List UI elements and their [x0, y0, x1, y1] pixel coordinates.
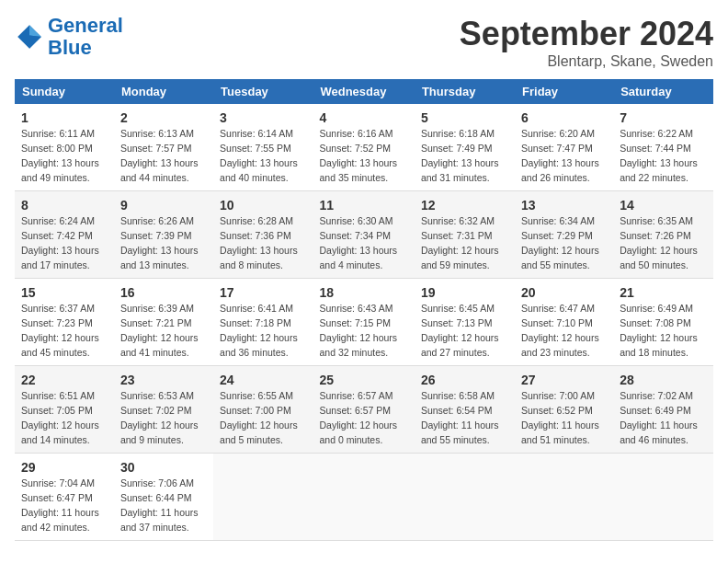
day-cell	[415, 454, 515, 541]
svg-marker-1	[29, 25, 41, 37]
day-cell: 12 Sunrise: 6:32 AM Sunset: 7:31 PM Dayl…	[415, 191, 515, 279]
day-sunset: Sunset: 7:55 PM	[220, 143, 291, 154]
day-sunrise: Sunrise: 6:26 AM	[120, 215, 194, 226]
day-sunrise: Sunrise: 7:02 AM	[620, 390, 693, 401]
day-daylight: Daylight: 12 hours and 14 minutes.	[21, 419, 99, 445]
day-cell: 22 Sunrise: 6:51 AM Sunset: 7:05 PM Dayl…	[15, 366, 114, 454]
day-cell: 17 Sunrise: 6:41 AM Sunset: 7:18 PM Dayl…	[213, 279, 313, 366]
day-sunset: Sunset: 7:47 PM	[521, 143, 593, 154]
week-row-4: 22 Sunrise: 6:51 AM Sunset: 7:05 PM Dayl…	[15, 366, 713, 454]
day-sunrise: Sunrise: 6:58 AM	[421, 390, 495, 401]
day-sunset: Sunset: 7:18 PM	[220, 317, 291, 328]
day-sunset: Sunset: 7:02 PM	[120, 405, 192, 416]
day-sunset: Sunset: 6:57 PM	[319, 405, 391, 416]
day-daylight: Daylight: 13 hours and 35 minutes.	[319, 157, 397, 183]
day-daylight: Daylight: 12 hours and 23 minutes.	[521, 332, 599, 358]
day-sunset: Sunset: 7:42 PM	[21, 230, 93, 241]
day-sunset: Sunset: 7:00 PM	[220, 405, 291, 416]
day-daylight: Daylight: 13 hours and 49 minutes.	[21, 157, 99, 183]
day-number: 2	[120, 109, 207, 127]
day-sunset: Sunset: 7:26 PM	[620, 230, 691, 241]
svg-marker-2	[29, 36, 41, 49]
day-daylight: Daylight: 12 hours and 36 minutes.	[220, 332, 298, 358]
day-sunrise: Sunrise: 6:53 AM	[120, 390, 194, 401]
col-header-wednesday: Wednesday	[313, 79, 414, 104]
day-sunrise: Sunrise: 6:32 AM	[421, 215, 495, 226]
day-cell: 7 Sunrise: 6:22 AM Sunset: 7:44 PM Dayli…	[613, 104, 713, 191]
day-cell: 16 Sunrise: 6:39 AM Sunset: 7:21 PM Dayl…	[114, 279, 213, 366]
day-sunset: Sunset: 7:31 PM	[421, 230, 493, 241]
day-number: 9	[120, 196, 207, 214]
day-sunrise: Sunrise: 6:28 AM	[220, 215, 293, 226]
day-daylight: Daylight: 12 hours and 32 minutes.	[319, 332, 397, 358]
day-sunrise: Sunrise: 6:34 AM	[521, 215, 595, 226]
day-cell: 19 Sunrise: 6:45 AM Sunset: 7:13 PM Dayl…	[415, 279, 515, 366]
day-sunset: Sunset: 6:47 PM	[21, 492, 93, 503]
day-sunset: Sunset: 7:57 PM	[120, 143, 192, 154]
day-cell: 28 Sunrise: 7:02 AM Sunset: 6:49 PM Dayl…	[613, 366, 713, 454]
day-cell: 24 Sunrise: 6:55 AM Sunset: 7:00 PM Dayl…	[213, 366, 313, 454]
day-number: 18	[319, 283, 407, 302]
day-number: 1	[21, 109, 108, 127]
day-sunset: Sunset: 7:34 PM	[319, 230, 391, 241]
day-number: 23	[120, 371, 207, 389]
day-daylight: Daylight: 12 hours and 50 minutes.	[620, 245, 698, 270]
day-sunrise: Sunrise: 6:51 AM	[21, 390, 95, 401]
calendar-table: SundayMondayTuesdayWednesdayThursdayFrid…	[15, 79, 713, 541]
logo-icon	[15, 22, 44, 52]
day-cell: 13 Sunrise: 6:34 AM Sunset: 7:29 PM Dayl…	[515, 191, 613, 279]
day-number: 13	[521, 196, 607, 214]
week-row-3: 15 Sunrise: 6:37 AM Sunset: 7:23 PM Dayl…	[15, 279, 713, 366]
day-sunrise: Sunrise: 7:04 AM	[21, 477, 95, 488]
day-cell: 5 Sunrise: 6:18 AM Sunset: 7:49 PM Dayli…	[415, 104, 515, 191]
day-sunset: Sunset: 6:52 PM	[521, 405, 593, 416]
page-header: General Blue September 2024 Blentarp, Sk…	[15, 15, 713, 70]
day-sunrise: Sunrise: 6:39 AM	[120, 303, 194, 314]
day-cell: 29 Sunrise: 7:04 AM Sunset: 6:47 PM Dayl…	[15, 454, 114, 541]
day-cell: 1 Sunrise: 6:11 AM Sunset: 8:00 PM Dayli…	[15, 104, 114, 191]
day-daylight: Daylight: 13 hours and 8 minutes.	[220, 245, 298, 270]
day-number: 16	[120, 283, 207, 302]
day-daylight: Daylight: 12 hours and 18 minutes.	[620, 332, 698, 358]
day-number: 19	[421, 283, 508, 302]
day-sunset: Sunset: 7:52 PM	[319, 143, 391, 154]
week-row-1: 1 Sunrise: 6:11 AM Sunset: 8:00 PM Dayli…	[15, 104, 713, 191]
day-sunrise: Sunrise: 7:00 AM	[521, 390, 595, 401]
day-cell: 26 Sunrise: 6:58 AM Sunset: 6:54 PM Dayl…	[415, 366, 515, 454]
day-cell: 4 Sunrise: 6:16 AM Sunset: 7:52 PM Dayli…	[313, 104, 414, 191]
day-sunrise: Sunrise: 6:16 AM	[319, 128, 392, 139]
day-sunrise: Sunrise: 6:13 AM	[120, 128, 194, 139]
day-number: 10	[220, 196, 306, 214]
day-number: 21	[620, 283, 707, 302]
day-daylight: Daylight: 11 hours and 51 minutes.	[521, 419, 599, 445]
day-sunset: Sunset: 7:49 PM	[421, 143, 493, 154]
col-header-thursday: Thursday	[415, 79, 515, 104]
day-number: 3	[220, 109, 306, 127]
day-sunrise: Sunrise: 6:43 AM	[319, 303, 392, 314]
day-sunset: Sunset: 7:13 PM	[421, 317, 493, 328]
col-header-sunday: Sunday	[15, 79, 114, 104]
day-cell: 11 Sunrise: 6:30 AM Sunset: 7:34 PM Dayl…	[313, 191, 414, 279]
col-header-friday: Friday	[515, 79, 613, 104]
day-daylight: Daylight: 12 hours and 55 minutes.	[521, 245, 599, 270]
day-cell	[613, 454, 713, 541]
day-cell: 2 Sunrise: 6:13 AM Sunset: 7:57 PM Dayli…	[114, 104, 213, 191]
day-sunrise: Sunrise: 6:35 AM	[620, 215, 693, 226]
day-number: 4	[319, 109, 407, 127]
day-cell: 18 Sunrise: 6:43 AM Sunset: 7:15 PM Dayl…	[313, 279, 414, 366]
day-cell: 20 Sunrise: 6:47 AM Sunset: 7:10 PM Dayl…	[515, 279, 613, 366]
day-sunrise: Sunrise: 6:18 AM	[421, 128, 495, 139]
day-sunrise: Sunrise: 6:11 AM	[21, 128, 95, 139]
day-number: 28	[620, 371, 707, 389]
day-daylight: Daylight: 12 hours and 9 minutes.	[120, 419, 199, 445]
day-cell: 15 Sunrise: 6:37 AM Sunset: 7:23 PM Dayl…	[15, 279, 114, 366]
day-sunset: Sunset: 7:29 PM	[521, 230, 593, 241]
day-sunrise: Sunrise: 6:20 AM	[521, 128, 595, 139]
day-daylight: Daylight: 12 hours and 0 minutes.	[319, 419, 397, 445]
day-cell: 6 Sunrise: 6:20 AM Sunset: 7:47 PM Dayli…	[515, 104, 613, 191]
day-sunrise: Sunrise: 6:49 AM	[620, 303, 693, 314]
day-daylight: Daylight: 13 hours and 13 minutes.	[120, 245, 199, 270]
day-sunset: Sunset: 8:00 PM	[21, 143, 93, 154]
day-cell	[515, 454, 613, 541]
col-header-monday: Monday	[114, 79, 213, 104]
